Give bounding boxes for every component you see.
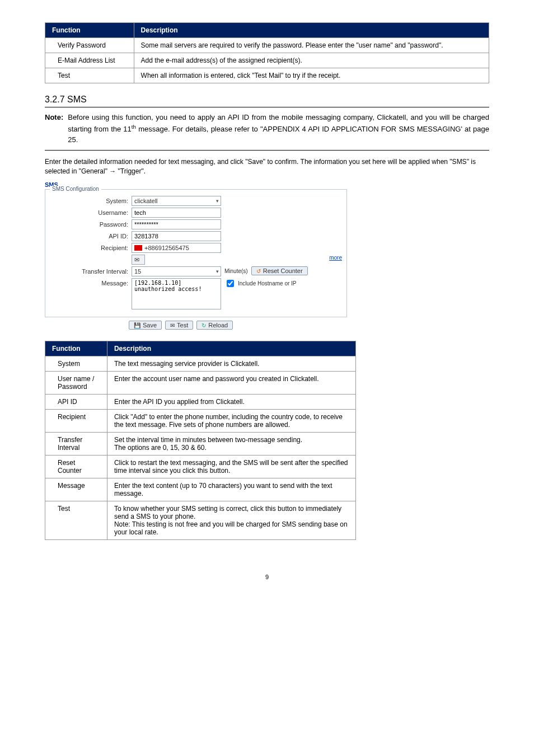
function-table-2: Function Description SystemThe text mess… [45, 341, 356, 540]
reload-label: Reload [208, 322, 228, 328]
recipient-slot-icon[interactable]: ✉ [132, 255, 145, 265]
label-system: System: [50, 196, 132, 206]
table1-header-function: Function [45, 23, 134, 38]
table-row: User name / PasswordEnter the account us… [45, 372, 356, 395]
username-input[interactable] [132, 208, 221, 218]
cell: Recipient [45, 410, 107, 433]
cell: The text messaging service provider is C… [107, 356, 355, 372]
interval-unit: Minute(s) [224, 268, 248, 274]
save-label: Save [143, 322, 157, 328]
cell: Verify Password [45, 38, 134, 53]
table-row: TestTo know whether your SMS setting is … [45, 501, 356, 540]
cell: Enter the text content (up to 70 charact… [107, 478, 355, 501]
apiid-input[interactable] [132, 231, 221, 241]
note-body: Before using this function, you need to … [68, 112, 489, 145]
cell: Transfer Interval [45, 433, 107, 456]
include-hostname-checkbox[interactable] [227, 280, 234, 287]
table-row: SystemThe text messaging service provide… [45, 356, 356, 372]
cell: When all information is entered, click "… [134, 68, 489, 83]
note-label: Note: [45, 112, 63, 145]
table2-header-description: Description [107, 341, 355, 356]
table-row: API IDEnter the API ID you applied from … [45, 395, 356, 410]
label-message: Message: [50, 278, 132, 288]
more-link[interactable]: more [329, 255, 342, 261]
cell: System [45, 356, 107, 372]
test-label: Test [177, 322, 188, 328]
label-username: Username: [50, 208, 132, 218]
page-number: 9 [45, 574, 489, 580]
include-hostname-label: Include Hostname or IP [238, 280, 297, 287]
reset-icon [256, 267, 261, 274]
cell: Message [45, 478, 107, 501]
cell: Set the interval time in minutes between… [107, 433, 355, 456]
table-row: Test When all information is entered, cl… [45, 68, 489, 83]
note-block: Note: Before using this function, you ne… [45, 112, 489, 151]
recipient-input[interactable]: +886912565475 [132, 243, 221, 253]
cell: Enter the API ID you applied from Clicka… [107, 395, 355, 410]
label-recipient: Recipient: [50, 243, 132, 253]
table-row: MessageEnter the text content (up to 70 … [45, 478, 356, 501]
cell: Click "Add" to enter the phone number, i… [107, 410, 355, 433]
cell: Add the e-mail address(s) of the assigne… [134, 53, 489, 68]
sms-panel: SMS SMS Configuration System: clickatell… [45, 181, 347, 330]
intro-paragraph: Enter the detailed information needed fo… [45, 157, 489, 176]
message-textarea[interactable] [132, 278, 221, 309]
cell: Click to restart the text messaging, and… [107, 456, 355, 478]
system-value: clickatell [134, 198, 158, 204]
reload-icon [202, 322, 206, 328]
table-row: Transfer IntervalSet the interval time i… [45, 433, 356, 456]
label-password: Password: [50, 219, 132, 229]
table-row: E-Mail Address List Add the e-mail addre… [45, 53, 489, 68]
table-row: Verify Password Some mail servers are re… [45, 38, 489, 53]
note-sup: th [132, 124, 136, 130]
sms-legend: SMS Configuration [50, 186, 101, 192]
section-heading: 3.2.7 SMS [45, 95, 489, 107]
cell: Reset Counter [45, 456, 107, 478]
table-row: Reset CounterClick to restart the text m… [45, 456, 356, 478]
reset-label: Reset Counter [263, 267, 303, 274]
cell: To know whether your SMS setting is corr… [107, 501, 355, 540]
cell: API ID [45, 395, 107, 410]
cell: Test [45, 501, 107, 540]
mail-icon [170, 322, 175, 328]
interval-select[interactable]: 15 [132, 266, 221, 276]
password-input[interactable] [132, 219, 221, 229]
interval-value: 15 [134, 268, 141, 275]
test-button[interactable]: Test [165, 321, 193, 330]
function-table-1: Function Description Verify Password Som… [45, 22, 489, 83]
reset-counter-button[interactable]: Reset Counter [251, 266, 308, 275]
table2-header-function: Function [45, 341, 107, 356]
table1-header-description: Description [134, 23, 489, 38]
label-interval: Transfer Interval: [50, 266, 132, 276]
save-button[interactable]: Save [129, 321, 162, 330]
cell: Enter the account user name and password… [107, 372, 355, 395]
cell: Some mail servers are required to verify… [134, 38, 489, 53]
system-select[interactable]: clickatell [132, 196, 221, 206]
cell: Test [45, 68, 134, 83]
disk-icon [134, 322, 140, 328]
recipient-value: +886912565475 [144, 245, 189, 251]
reload-button[interactable]: Reload [196, 321, 233, 330]
cell: E-Mail Address List [45, 53, 134, 68]
flag-icon [134, 245, 142, 251]
cell: User name / Password [45, 372, 107, 395]
table-row: RecipientClick "Add" to enter the phone … [45, 410, 356, 433]
label-apiid: API ID: [50, 231, 132, 241]
